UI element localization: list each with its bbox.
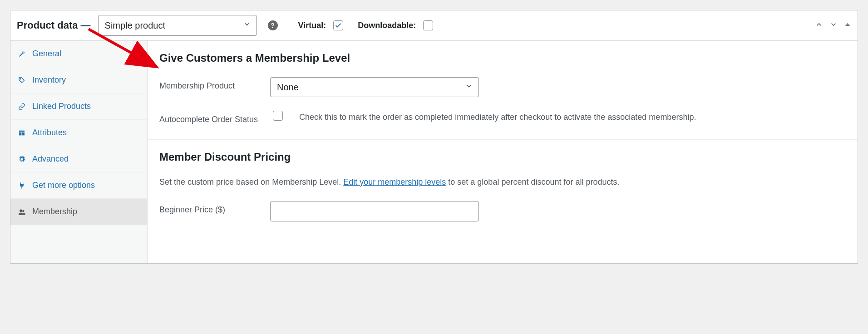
form-row-autocomplete: Autocomplete Order Status Check this to … — [159, 111, 846, 126]
svg-point-1 — [20, 78, 21, 79]
sidebar-item-label: Membership — [32, 207, 77, 216]
move-up-icon[interactable] — [815, 20, 823, 31]
panel-controls — [815, 20, 851, 31]
svg-rect-2 — [19, 130, 25, 132]
wrench-icon — [18, 50, 26, 58]
separator — [288, 20, 288, 31]
membership-product-label: Membership Product — [159, 77, 270, 92]
content-area: Give Customers a Membership Level Member… — [148, 41, 858, 263]
sidebar-item-label: Attributes — [32, 128, 67, 138]
sidebar-item-get-more-options[interactable]: Get more options — [10, 172, 147, 199]
beginner-price-label: Beginner Price ($) — [159, 201, 270, 216]
discount-desc-before: Set the custom price based on Membership… — [159, 177, 343, 187]
sidebar-item-label: Linked Products — [32, 102, 91, 111]
panel-body: General Inventory Linked Products Attrib… — [10, 41, 858, 263]
move-down-icon[interactable] — [829, 20, 838, 31]
downloadable-checkbox[interactable] — [423, 20, 433, 30]
plug-icon — [18, 182, 26, 190]
sidebar-item-label: Get more options — [32, 181, 95, 190]
discount-description: Set the custom price based on Membership… — [159, 176, 846, 188]
product-type-select-wrap: Simple product — [98, 15, 257, 36]
sidebar-item-label: General — [32, 49, 61, 59]
help-icon[interactable]: ? — [268, 20, 278, 30]
product-data-panel: Product data — Simple product ? Virtual:… — [10, 10, 858, 264]
tag-icon — [18, 76, 26, 84]
svg-point-6 — [22, 210, 24, 212]
product-type-select[interactable]: Simple product — [98, 15, 257, 36]
section-divider — [148, 139, 858, 140]
membership-product-select[interactable]: None — [270, 77, 479, 97]
svg-rect-3 — [19, 132, 21, 135]
svg-marker-0 — [845, 23, 850, 26]
downloadable-label: Downloadable: — [358, 21, 416, 30]
sidebar-item-linked-products[interactable]: Linked Products — [10, 93, 147, 120]
autocomplete-checkbox[interactable] — [273, 111, 283, 121]
virtual-checkbox[interactable] — [333, 20, 343, 30]
gear-icon — [18, 155, 26, 163]
sidebar-item-attributes[interactable]: Attributes — [10, 120, 147, 146]
panel-header: Product data — Simple product ? Virtual:… — [10, 10, 858, 41]
collapse-icon[interactable] — [844, 21, 851, 30]
svg-rect-4 — [22, 132, 25, 135]
section-title-membership-level: Give Customers a Membership Level — [159, 52, 846, 64]
discount-desc-after: to set a global percent discount for all… — [446, 177, 619, 187]
autocomplete-description: Check this to mark the order as complete… — [299, 111, 696, 124]
autocomplete-label: Autocomplete Order Status — [159, 111, 270, 126]
beginner-price-input[interactable] — [270, 201, 479, 221]
form-row-membership-product: Membership Product None — [159, 77, 846, 97]
svg-point-5 — [20, 209, 22, 211]
users-icon — [18, 208, 26, 216]
sidebar-item-membership[interactable]: Membership — [10, 199, 147, 225]
section-title-discount-pricing: Member Discount Pricing — [159, 151, 846, 163]
sidebar-item-advanced[interactable]: Advanced — [10, 146, 147, 172]
virtual-label: Virtual: — [298, 21, 326, 30]
sidebar-item-label: Advanced — [32, 154, 69, 164]
sidebar-item-label: Inventory — [32, 75, 66, 85]
link-icon — [18, 103, 26, 111]
edit-membership-levels-link[interactable]: Edit your membership levels — [343, 177, 446, 187]
sidebar-item-general[interactable]: General — [10, 41, 147, 67]
sidebar-item-inventory[interactable]: Inventory — [10, 67, 147, 93]
panel-title: Product data — — [17, 20, 91, 31]
layout-icon — [18, 129, 26, 137]
product-data-sidebar: General Inventory Linked Products Attrib… — [10, 41, 148, 263]
form-row-beginner-price: Beginner Price ($) — [159, 201, 846, 221]
